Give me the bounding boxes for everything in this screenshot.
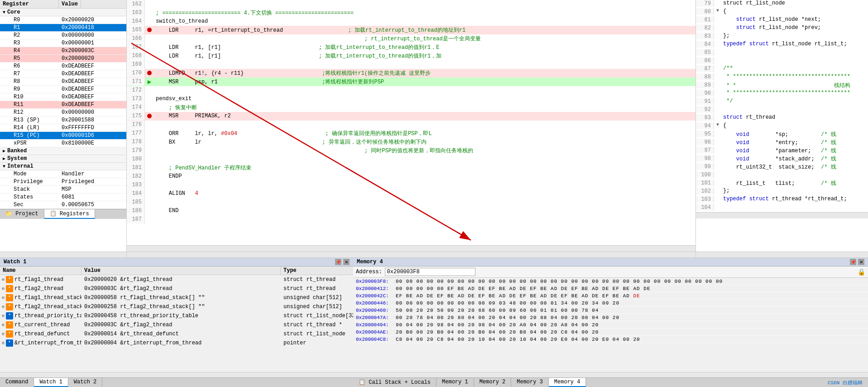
registers-panel: Register Value ▼ Core R00x20000020 R10x2… [0,0,127,252]
watch-expand-3[interactable]: ⊕ [2,304,5,310]
reg-R6[interactable]: R60xDEADBEEF [0,63,126,70]
src-line-103: 103typedef struct rt_thread *rt_thread_t… [696,196,868,204]
expand-banked-icon[interactable]: ▶ [3,148,5,154]
watch-icon-4: * [6,312,13,319]
watch-scrollbar[interactable] [0,372,353,377]
watch-pin-btn[interactable]: 📌 [335,259,341,265]
source-scrollbar[interactable] [696,212,868,218]
asm-line-162: 162 [127,0,695,9]
watch-row-2[interactable]: ⊕*rt_flag1_thread_stack 0x20000058 rt_fl… [0,293,353,302]
watch-row-6[interactable]: ⊕*rt_thread_defunct 0x20000014 &rt_threa… [0,329,353,339]
reg-xPSR[interactable]: xPSR0x8100000E [0,140,126,147]
watch-expand-7[interactable]: ⊕ [2,340,5,346]
address-input[interactable] [385,268,475,276]
expand-system-icon[interactable]: ▶ [3,156,5,161]
src-line-87: 87/** [696,65,868,73]
src-line-88: 88 * ***********************************… [696,73,868,82]
tab-memory3[interactable]: Memory 3 [511,378,549,387]
breakpoint-170[interactable] [147,71,152,75]
src-line-81: 81 struct rt_list_node *next; [696,16,868,24]
watch-icon-3: * [6,303,13,310]
src-line-96: 96 void *entry; /* 线 [696,139,868,147]
reg-R12[interactable]: R120x00000000 [0,109,126,116]
source-content[interactable]: 79struct rt_list_node 80▼{ 81 struct rt_… [696,0,868,212]
reg-R14[interactable]: R14 (LR)0xFFFFFFFD [0,124,126,132]
watch-row-5[interactable]: ⊕*rt_current_thread 0x2000003C &rt_flag2… [0,320,353,329]
current-arrow: ▶ [148,78,151,86]
src-line-95: 95 void *sp; /* 线 [696,131,868,139]
assembly-panel: 162 163; ======================== 4.下文切换… [127,0,696,252]
reg-R10[interactable]: R100xDEADBEEF [0,93,126,101]
asm-line-168: 168 LDR r1, [r1] ; 加载rt_interrupt_to_thr… [127,52,695,60]
bottom-container: Watch 1 📌 ✕ Name Value Type ⊕*rt_flag1_t… [0,258,868,387]
asm-line-174: 174 ; 恢复中断 [127,103,695,112]
reg-scrollbar[interactable] [0,252,127,257]
expand-core-icon[interactable]: ▼ [3,10,5,15]
watch-row-3[interactable]: ⊕*rt_flag2_thread_stack 0x20000258 rt_fl… [0,302,353,311]
reg-R0[interactable]: R00x20000020 [0,16,126,24]
memory-close-btn[interactable]: ✕ [858,259,864,265]
tab-project[interactable]: 📁 Project [0,209,44,219]
tab-watch1[interactable]: Watch 1 [34,378,68,387]
reg-R3[interactable]: R30x00000001 [0,39,126,47]
reg-R5[interactable]: R50x20000020 [0,55,126,63]
breakpoint-175[interactable] [147,114,152,118]
reg-mode[interactable]: ModeHandler [0,170,126,178]
lock-icon[interactable]: 🔒 [858,268,865,276]
tab-callstack[interactable]: 📋 Call Stack + Locals [353,378,436,387]
assembly-content[interactable]: 162 163; ======================== 4.下文切换… [127,0,695,245]
asm-line-167: 167 LDR r1, [r1] ; 加载rt_interrupt_to_thr… [127,43,695,52]
memory-title: Memory 4 [357,259,383,265]
memory-panel-controls: 📌 ✕ [850,259,864,265]
tab-watch2[interactable]: Watch 2 [68,378,102,387]
reg-R9[interactable]: R90xDEADBEEF [0,86,126,93]
watch-expand-4[interactable]: ⊕ [2,313,5,319]
watch-row-7[interactable]: ⊕*&rt_interrupt_from_thread 0x20000004 &… [0,339,353,348]
reg-R2[interactable]: R20x00000000 [0,32,126,39]
memory-content[interactable]: 0x200003F8: 00 00 00 00 00 00 00 00 00 0… [353,278,868,372]
csdn-label: CSDN 白嫖福林 [822,378,868,387]
reg-R13[interactable]: R13 (SP)0x20001588 [0,116,126,124]
reg-R7[interactable]: R70xDEADBEEF [0,70,126,78]
reg-stack[interactable]: StackMSP [0,186,126,194]
src-scrollbar-h[interactable] [696,252,868,257]
tab-memory1[interactable]: Memory 1 [436,378,474,387]
memory-wrapper: Memory 4 📌 ✕ Address: 🔒 0x200003F8: 00 0… [353,258,868,387]
reg-privilege[interactable]: PrivilegePrivileged [0,178,126,186]
tab-memory2[interactable]: Memory 2 [474,378,512,387]
src-line-101: 101 rt_list_t tlist; /* 线 [696,179,868,188]
watch-close-btn[interactable]: ✕ [343,259,350,265]
watch-row-1[interactable]: ⊕*rt_flag2_thread 0x2000003C &rt_flag2_t… [0,284,353,293]
asm-line-171: 171▶ MSR psp, r1 ;将线程栈指针更新到PSP [127,77,695,86]
tab-memory4[interactable]: Memory 4 [549,378,586,387]
reg-section-system[interactable]: ▶ System [0,155,126,163]
watch-expand-6[interactable]: ⊕ [2,331,5,337]
watch-row-0[interactable]: ⊕*rt_flag1_thread 0x20000020 &rt_flag1_t… [0,275,353,284]
reg-section-banked[interactable]: ▶ Banked [0,147,126,155]
reg-R11[interactable]: R110xDEADBEEF [0,101,126,109]
reg-R1[interactable]: R10x20000418 [0,24,126,32]
tab-registers[interactable]: 📋 Registers [44,209,95,219]
memory-scrollbar[interactable] [353,372,868,377]
reg-states[interactable]: States6081 [0,194,126,201]
watch-expand-0[interactable]: ⊕ [2,277,5,282]
breakpoint-165[interactable] [147,28,152,32]
reg-R15[interactable]: R15 (PC)0x000001D6 [0,132,126,140]
reg-section-core[interactable]: ▼ Core [0,9,126,16]
asm-scrollbar-h[interactable] [127,252,696,257]
reg-sec[interactable]: Sec0.00050675 [0,201,126,209]
reg-R8[interactable]: R80xDEADBEEF [0,78,126,86]
reg-section-internal[interactable]: ▼ Internal [0,163,126,170]
assembly-scrollbar[interactable] [127,245,695,252]
reg-R4[interactable]: R40x2000003C [0,47,126,55]
src-line-79: 79struct rt_list_node [696,0,868,8]
watch-expand-2[interactable]: ⊕ [2,295,5,300]
memory-pin-btn[interactable]: 📌 [850,259,856,265]
tab-command[interactable]: Command [0,378,34,387]
watch-expand-5[interactable]: ⊕ [2,322,5,328]
expand-internal-icon[interactable]: ▼ [3,164,5,169]
watch-icon-0: * [6,276,13,283]
watch-expand-1[interactable]: ⊕ [2,286,5,291]
watch-content[interactable]: ⊕*rt_flag1_thread 0x20000020 &rt_flag1_t… [0,275,353,372]
watch-row-4[interactable]: ⊕*rt_thread_priority_table 0x20000458 rt… [0,311,353,320]
